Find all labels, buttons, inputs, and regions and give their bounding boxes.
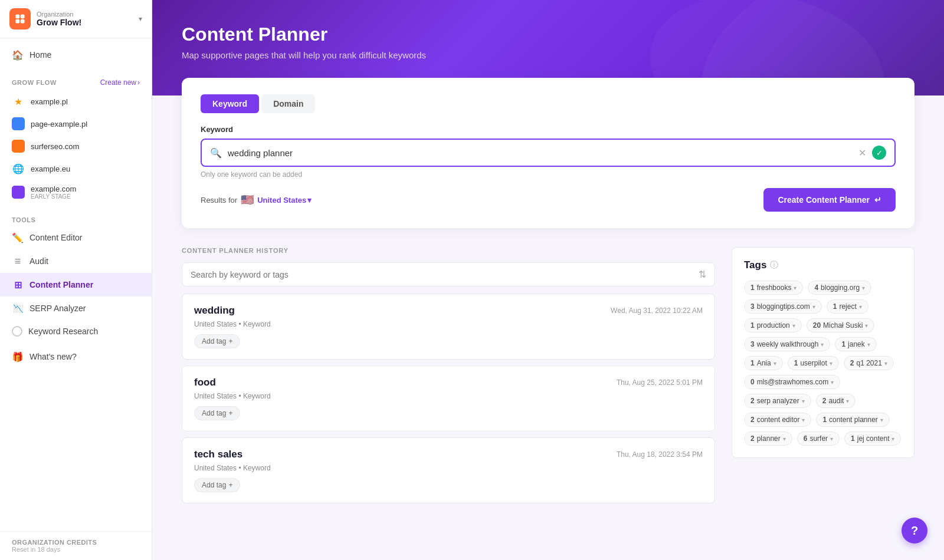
results-for-label: Results for [201, 196, 237, 205]
history-list: CONTENT PLANNER HISTORY ⇅ wedding Wed, A… [182, 247, 715, 509]
history-meta: United States • Keyword [194, 464, 703, 472]
create-content-planner-button[interactable]: Create Content Planner ↵ [763, 188, 896, 212]
tags-panel: Tags ⓘ 1freshbooks▾4blogging.org▾3bloggi… [732, 247, 914, 509]
keyword-input[interactable] [228, 148, 853, 158]
tag-chip[interactable]: 1userpilot▾ [788, 356, 839, 370]
chevron-icon: ▾ [802, 398, 805, 404]
tab-group: Keyword Domain [201, 94, 896, 113]
history-keyword: wedding [194, 305, 235, 317]
globe-icon: 🌐 [12, 162, 25, 175]
filter-icon[interactable]: ⇅ [699, 269, 706, 280]
clear-icon[interactable]: ✕ [858, 147, 866, 159]
add-tag-button[interactable]: Add tag + [194, 478, 240, 492]
serp-analyzer-icon: 📉 [12, 302, 24, 314]
project-item-example-com[interactable]: example.com EARLY STAGE [0, 180, 152, 205]
tag-chip[interactable]: 3weekly walkthrough▾ [744, 337, 830, 351]
project-item-page-example-pl[interactable]: page-example.pl [0, 113, 152, 135]
chevron-icon: ▾ [812, 304, 815, 310]
sidebar-item-content-planner[interactable]: ⊞ Content Planner [0, 273, 152, 297]
chevron-icon: ▾ [865, 322, 868, 329]
sidebar-item-whats-new[interactable]: 🎁 What's new? [0, 345, 152, 368]
project-item-example-eu[interactable]: 🌐 example.eu [0, 157, 152, 180]
grow-flow-label: GROW FLOW [12, 79, 57, 86]
home-label: Home [30, 50, 51, 60]
history-search-input[interactable] [191, 270, 694, 279]
chevron-icon: ▾ [831, 379, 834, 386]
tag-chip[interactable]: 4blogging.org▾ [808, 281, 871, 295]
sidebar: Organization Grow Flow! ▾ 🏠 Home GROW FL… [0, 0, 152, 560]
tag-chip[interactable]: 1production▾ [744, 318, 802, 332]
plus-icon: + [228, 409, 232, 417]
content-planner-icon: ⊞ [12, 279, 24, 291]
history-card-food: food Thu, Aug 25, 2022 5:01 PM United St… [182, 365, 715, 431]
project-item-surferseo[interactable]: surferseo.com [0, 135, 152, 157]
chevron-icon: ▾ [794, 285, 796, 291]
project-name: example.pl [31, 97, 68, 106]
info-icon[interactable]: ⓘ [770, 260, 778, 271]
tag-chip[interactable]: 20Michał Suski▾ [807, 318, 875, 332]
sidebar-item-audit[interactable]: ≡ Audit [0, 249, 152, 273]
page-title: Content Planner [182, 24, 914, 45]
content-editor-icon: ✏️ [12, 232, 24, 243]
home-icon: 🏠 [12, 49, 24, 61]
results-for: Results for 🇺🇸 United States ▾ [201, 193, 312, 206]
org-switcher[interactable]: Organization Grow Flow! ▾ [0, 0, 152, 38]
tool-label: Content Planner [30, 280, 93, 289]
tags-list: 1freshbooks▾4blogging.org▾3bloggingtips.… [744, 281, 902, 446]
org-logo [9, 8, 31, 29]
chevron-icon: ▾ [821, 341, 824, 348]
tag-chip[interactable]: 1jej content▾ [844, 431, 901, 446]
tag-chip[interactable]: 1Ania▾ [744, 356, 783, 370]
tag-chip[interactable]: 1content planner▾ [816, 413, 889, 427]
gift-icon: 🎁 [12, 351, 24, 363]
tag-chip[interactable]: 6surfer▾ [797, 431, 840, 446]
tag-chip[interactable]: 1janek▾ [835, 337, 876, 351]
chevron-icon: ▾ [891, 436, 894, 442]
results-row: Results for 🇺🇸 United States ▾ Create Co… [201, 188, 896, 212]
tab-keyword[interactable]: Keyword [201, 94, 259, 113]
history-date: Thu, Aug 18, 2022 3:54 PM [617, 450, 703, 459]
check-icon[interactable]: ✓ [872, 146, 886, 160]
tag-chip[interactable]: 1reject▾ [827, 299, 868, 314]
help-button[interactable]: ? [902, 518, 927, 543]
planner-card: Keyword Domain Keyword 🔍 ✕ ✓ Only one ke… [182, 78, 914, 228]
add-tag-button[interactable]: Add tag + [194, 406, 240, 420]
tag-chip[interactable]: 2q1 2021▾ [844, 356, 894, 370]
keyword-field-label: Keyword [201, 125, 896, 134]
orange-icon [12, 140, 25, 153]
org-label: Organization [37, 11, 136, 18]
whats-new-label: What's new? [30, 352, 77, 361]
tag-chip[interactable]: 3bloggingtips.com▾ [744, 299, 822, 314]
chevron-icon: ▾ [867, 341, 870, 348]
tool-label: Content Editor [30, 233, 83, 242]
sidebar-item-content-editor[interactable]: ✏️ Content Editor [0, 226, 152, 249]
tag-chip[interactable]: 2audit▾ [816, 394, 856, 408]
grow-flow-section-header: GROW FLOW Create new › [0, 69, 152, 90]
tag-chip[interactable]: 2serp analyzer▾ [744, 394, 811, 408]
sidebar-item-serp-analyzer[interactable]: 📉 SERP Analyzer [0, 297, 152, 320]
country-selector[interactable]: United States ▾ [257, 196, 312, 205]
tag-chip[interactable]: 2planner▾ [744, 431, 792, 446]
plus-icon: + [228, 337, 232, 345]
svg-rect-0 [16, 15, 20, 19]
chevron-icon: ▾ [307, 196, 312, 205]
tab-domain[interactable]: Domain [261, 94, 315, 113]
tag-chip[interactable]: 1freshbooks▾ [744, 281, 803, 295]
svg-rect-3 [21, 19, 25, 24]
chevron-icon: ▾ [846, 398, 849, 404]
chevron-icon: ▾ [792, 322, 795, 329]
add-tag-button[interactable]: Add tag + [194, 334, 240, 348]
chevron-icon: ▾ [773, 360, 776, 367]
main-content-area: Keyword Domain Keyword 🔍 ✕ ✓ Only one ke… [152, 78, 944, 560]
tag-chip[interactable]: 2content editor▾ [744, 413, 811, 427]
org-credits-label: ORGANIZATION CREDITS [12, 539, 140, 546]
svg-rect-2 [16, 19, 20, 24]
create-new-link[interactable]: Create new › [100, 78, 140, 87]
history-meta: United States • Keyword [194, 392, 703, 400]
project-item-example-pl[interactable]: ★ example.pl [0, 90, 152, 113]
sidebar-item-keyword-research[interactable]: Keyword Research [0, 320, 152, 342]
sidebar-item-home[interactable]: 🏠 Home [0, 43, 152, 67]
tag-chip[interactable]: 0mls@strawhomes.com▾ [744, 375, 840, 389]
chevron-icon: ▾ [830, 360, 832, 367]
tool-label: SERP Analyzer [30, 304, 86, 313]
